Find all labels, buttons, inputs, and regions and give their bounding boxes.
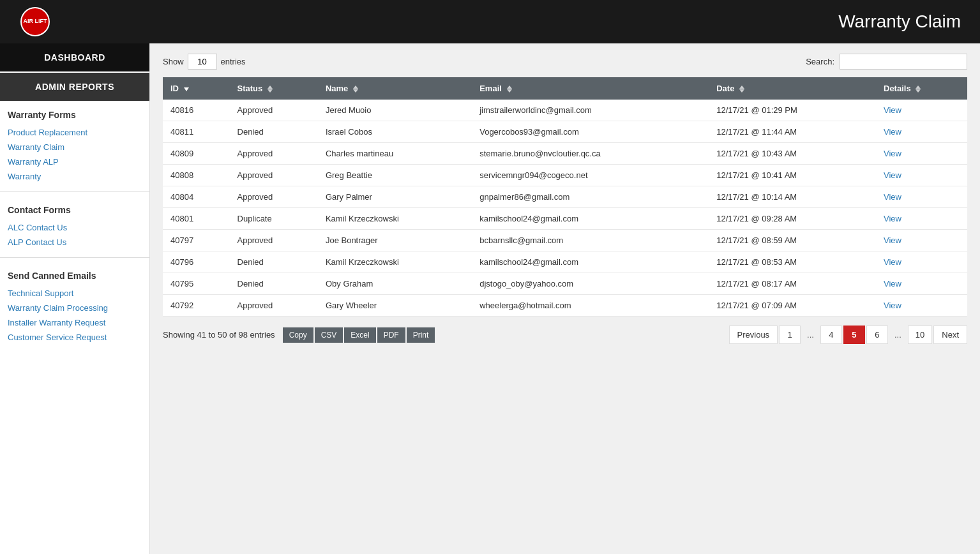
cell-email: jimstrailerworldinc@gmail.com xyxy=(472,100,709,121)
col-status[interactable]: Status xyxy=(230,77,318,100)
cell-email: bcbarnsllc@gmail.com xyxy=(472,230,709,251)
cell-date: 12/17/21 @ 08:59 AM xyxy=(709,230,876,251)
view-link[interactable]: View xyxy=(884,214,901,223)
col-date[interactable]: Date xyxy=(709,77,876,100)
cell-name: Israel Cobos xyxy=(318,121,472,143)
warranty-claim-processing-link[interactable]: Warranty Claim Processing xyxy=(8,301,142,315)
col-details[interactable]: Details xyxy=(876,77,967,100)
table-row: 40811 Denied Israel Cobos Vogercobos93@g… xyxy=(163,121,967,143)
search-input[interactable] xyxy=(840,54,967,70)
cell-id: 40795 xyxy=(163,273,230,295)
main-layout: Dashboard ADMIN REPORTS Warranty Forms P… xyxy=(0,43,980,554)
page-10-button[interactable]: 10 xyxy=(908,326,932,344)
view-link[interactable]: View xyxy=(884,127,901,137)
prev-button[interactable]: Previous xyxy=(729,326,778,344)
print-button[interactable]: Print xyxy=(407,327,435,343)
col-id[interactable]: ID xyxy=(163,77,230,100)
entries-input[interactable] xyxy=(188,54,217,70)
page-6-button[interactable]: 6 xyxy=(866,326,888,344)
page-5-button[interactable]: 5 xyxy=(843,326,865,344)
sort-down-icon xyxy=(184,87,189,91)
view-link[interactable]: View xyxy=(884,105,901,115)
col-email[interactable]: Email xyxy=(472,77,709,100)
table-row: 40792 Approved Gary Wheeler wheelerga@ho… xyxy=(163,295,967,317)
pdf-button[interactable]: PDF xyxy=(377,327,405,343)
app-logo: AIR LIFT xyxy=(19,6,51,38)
cell-details: View xyxy=(876,251,967,273)
cell-id: 40809 xyxy=(163,143,230,165)
table-row: 40804 Approved Gary Palmer gnpalmer86@gm… xyxy=(163,186,967,208)
page-4-button[interactable]: 4 xyxy=(820,326,842,344)
divider-1 xyxy=(0,191,149,192)
canned-emails-title: Send Canned Emails xyxy=(8,271,142,281)
installer-warranty-link[interactable]: Installer Warranty Request xyxy=(8,315,142,330)
warranty-link[interactable]: Warranty xyxy=(8,169,142,184)
csv-button[interactable]: CSV xyxy=(315,327,343,343)
cell-date: 12/17/21 @ 08:53 AM xyxy=(709,251,876,273)
cell-status: Duplicate xyxy=(230,208,318,230)
page-1-button[interactable]: 1 xyxy=(779,326,801,344)
app-header: AIR LIFT Warranty Claim xyxy=(0,0,980,43)
search-bar: Search: xyxy=(806,54,967,70)
cell-name: Oby Graham xyxy=(318,273,472,295)
cell-id: 40801 xyxy=(163,208,230,230)
page-title: Warranty Claim xyxy=(838,11,961,32)
table-body: 40816 Approved Jered Muoio jimstrailerwo… xyxy=(163,100,967,317)
cell-date: 12/17/21 @ 11:44 AM xyxy=(709,121,876,143)
entries-label: entries xyxy=(221,57,246,66)
copy-button[interactable]: Copy xyxy=(283,327,313,343)
cell-status: Denied xyxy=(230,273,318,295)
view-link[interactable]: View xyxy=(884,279,901,288)
cell-id: 40804 xyxy=(163,186,230,208)
customer-service-link[interactable]: Customer Service Request xyxy=(8,330,142,345)
warranty-alp-link[interactable]: Warranty ALP xyxy=(8,154,142,169)
technical-support-link[interactable]: Technical Support xyxy=(8,286,142,301)
view-link[interactable]: View xyxy=(884,301,901,310)
cell-date: 12/17/21 @ 09:28 AM xyxy=(709,208,876,230)
cell-status: Approved xyxy=(230,230,318,251)
cell-name: Kamil Krzeczkowski xyxy=(318,208,472,230)
cell-id: 40796 xyxy=(163,251,230,273)
warranty-claim-link[interactable]: Warranty Claim xyxy=(8,140,142,154)
view-link[interactable]: View xyxy=(884,257,901,267)
pagination: Previous 1 ... 4 5 6 ... 10 Next xyxy=(729,326,967,344)
table-header-row: ID Status Name Email xyxy=(163,77,967,100)
cell-name: Greg Beattie xyxy=(318,165,472,186)
alp-contact-link[interactable]: ALP Contact Us xyxy=(8,235,142,250)
cell-status: Denied xyxy=(230,251,318,273)
view-link[interactable]: View xyxy=(884,149,901,158)
cell-date: 12/17/21 @ 07:09 AM xyxy=(709,295,876,317)
sidebar: Dashboard ADMIN REPORTS Warranty Forms P… xyxy=(0,43,150,554)
dashboard-button[interactable]: Dashboard xyxy=(0,43,149,71)
table-row: 40797 Approved Joe Bontrager bcbarnsllc@… xyxy=(163,230,967,251)
contact-forms-title: Contact Forms xyxy=(8,205,142,215)
view-link[interactable]: View xyxy=(884,192,901,202)
alc-contact-link[interactable]: ALC Contact Us xyxy=(8,220,142,235)
cell-email: servicemngr094@cogeco.net xyxy=(472,165,709,186)
cell-id: 40797 xyxy=(163,230,230,251)
main-content: Show entries Search: ID Status xyxy=(150,43,980,554)
cell-id: 40792 xyxy=(163,295,230,317)
contact-forms-section: Contact Forms ALC Contact Us ALP Contact… xyxy=(0,196,149,253)
product-replacement-link[interactable]: Product Replacement xyxy=(8,125,142,140)
excel-button[interactable]: Excel xyxy=(344,327,375,343)
next-button[interactable]: Next xyxy=(933,326,967,344)
cell-status: Approved xyxy=(230,165,318,186)
sort-both-icon xyxy=(353,86,358,93)
col-name[interactable]: Name xyxy=(318,77,472,100)
cell-name: Gary Wheeler xyxy=(318,295,472,317)
logo-icon: AIR LIFT xyxy=(20,7,50,36)
view-link[interactable]: View xyxy=(884,170,901,180)
sort-both-icon xyxy=(268,86,273,93)
cell-details: View xyxy=(876,186,967,208)
cell-date: 12/17/21 @ 10:41 AM xyxy=(709,165,876,186)
divider-2 xyxy=(0,257,149,258)
admin-reports-button[interactable]: ADMIN REPORTS xyxy=(0,73,149,101)
cell-details: View xyxy=(876,121,967,143)
cell-date: 12/17/21 @ 10:14 AM xyxy=(709,186,876,208)
view-link[interactable]: View xyxy=(884,236,901,245)
table-head: ID Status Name Email xyxy=(163,77,967,100)
cell-email: wheelerga@hotmail.com xyxy=(472,295,709,317)
cell-id: 40816 xyxy=(163,100,230,121)
cell-email: gnpalmer86@gmail.com xyxy=(472,186,709,208)
